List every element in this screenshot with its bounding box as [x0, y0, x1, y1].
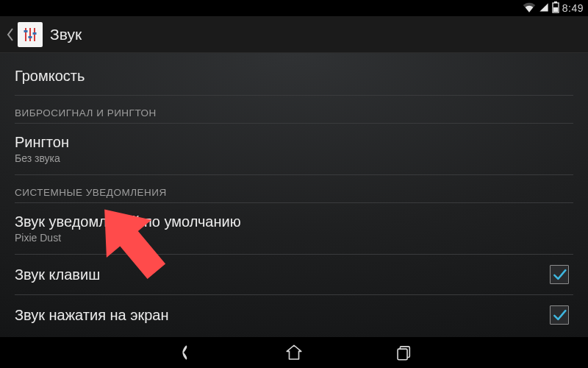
status-bar: 8:49 — [0, 0, 588, 16]
touch-sounds-label: Звук нажатия на экран — [15, 307, 550, 324]
default-notification-row[interactable]: Звук уведомлений по умолчанию Pixie Dust — [15, 203, 573, 255]
back-button[interactable] — [3, 16, 18, 53]
settings-list: Громкость ВИБРОСИГНАЛ И РИНГТОН Рингтон … — [0, 53, 588, 337]
svg-rect-8 — [33, 32, 37, 35]
nav-back-button[interactable] — [173, 342, 195, 364]
status-clock: 8:49 — [562, 2, 584, 14]
section-header-system-notifications: СИСТЕМНЫЕ УВЕДОМЛЕНИЯ — [15, 175, 573, 203]
ringtone-value: Без звука — [15, 152, 573, 164]
dialpad-tones-label: Звук клавиш — [15, 266, 550, 283]
svg-rect-2 — [553, 7, 558, 12]
section-header-vibration-ringtone: ВИБРОСИГНАЛ И РИНГТОН — [15, 96, 573, 124]
dialpad-tones-checkbox[interactable] — [550, 265, 569, 284]
touch-sounds-checkbox[interactable] — [550, 305, 569, 325]
battery-icon — [552, 1, 559, 15]
wifi-icon — [523, 2, 536, 15]
ringtone-title: Рингтон — [15, 134, 573, 151]
cell-signal-icon — [539, 2, 549, 15]
nav-home-button[interactable] — [283, 342, 305, 364]
ringtone-row[interactable]: Рингтон Без звука — [15, 124, 573, 175]
volume-row[interactable]: Громкость — [15, 53, 573, 96]
volume-label: Громкость — [15, 68, 573, 85]
action-bar: Звук — [0, 16, 588, 53]
page-title: Звук — [50, 26, 82, 43]
navigation-bar — [0, 337, 588, 368]
svg-rect-6 — [24, 30, 28, 32]
touch-sounds-row[interactable]: Звук нажатия на экран — [15, 295, 573, 335]
svg-rect-11 — [398, 349, 407, 360]
svg-rect-7 — [29, 36, 32, 38]
nav-recents-button[interactable] — [393, 342, 415, 364]
default-notification-value: Pixie Dust — [15, 232, 573, 244]
default-notification-title: Звук уведомлений по умолчанию — [15, 213, 573, 230]
equalizer-icon — [18, 22, 43, 47]
dialpad-tones-row[interactable]: Звук клавиш — [15, 255, 573, 295]
